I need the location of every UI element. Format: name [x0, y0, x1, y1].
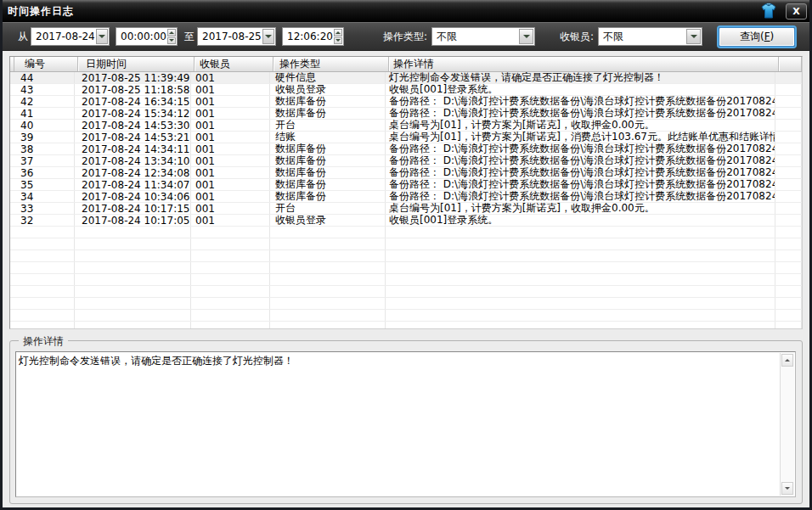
- cell-empty: [775, 250, 802, 261]
- cell-type: 结账: [270, 132, 386, 143]
- table-row[interactable]: 392017-08-24 14:53:21001结账桌台编号为[01]，计费方案…: [10, 132, 802, 143]
- spin-down-icon[interactable]: [334, 37, 342, 45]
- cell-detail: 灯光控制命令发送错误，请确定是否正确连接了灯光控制器！: [386, 72, 775, 83]
- column-header[interactable]: 收银员: [195, 57, 273, 71]
- column-header[interactable]: 操作类型: [273, 57, 389, 71]
- cashier-value: 不限: [599, 28, 685, 45]
- table-row[interactable]: 382017-08-24 14:34:11001数据库备份备份路径： D:\海浪…: [10, 143, 802, 155]
- close-icon: X: [792, 6, 799, 17]
- op-type-select[interactable]: 不限: [431, 27, 535, 46]
- cell-filler: [775, 215, 802, 226]
- cell-empty: [270, 310, 386, 321]
- cell-type: 收银员登录: [270, 84, 386, 95]
- column-header[interactable]: 日期时间: [78, 57, 195, 71]
- to-time-spinner[interactable]: 12:06:20: [282, 27, 344, 46]
- vertical-scrollbar[interactable]: [780, 353, 794, 496]
- table-row[interactable]: 372017-08-24 13:34:10001数据库备份备份路径： D:\海浪…: [10, 155, 802, 167]
- skin-button[interactable]: [758, 3, 779, 20]
- cell-empty: [386, 262, 775, 273]
- empty-row: [10, 250, 802, 262]
- cashier-select[interactable]: 不限: [598, 27, 702, 46]
- details-text: 灯光控制命令发送错误，请确定是否正确连接了灯光控制器！: [19, 354, 776, 368]
- spin-up-icon[interactable]: [334, 29, 342, 36]
- spin-down-icon[interactable]: [167, 37, 176, 45]
- table-row[interactable]: 402017-08-24 14:53:30001开台桌台编号为[01]，计费方案…: [10, 120, 802, 132]
- cell-empty: [270, 298, 386, 309]
- table-row[interactable]: 412017-08-24 15:34:12001数据库备份备份路径： D:\海浪…: [10, 108, 802, 120]
- empty-row: [10, 310, 802, 322]
- cell-type: 硬件信息: [270, 72, 386, 83]
- cell-datetime: 2017-08-24 12:34:08: [75, 167, 191, 178]
- cell-empty: [775, 286, 802, 297]
- scroll-up-button[interactable]: [781, 354, 793, 367]
- details-textarea[interactable]: 灯光控制命令发送错误，请确定是否正确连接了灯光控制器！: [15, 351, 796, 497]
- column-header-filler: [779, 57, 802, 71]
- table-header-row: 编号日期时间收银员操作类型操作详情: [10, 57, 802, 72]
- cell-cashier: 001: [191, 203, 270, 214]
- column-header[interactable]: 编号: [14, 57, 78, 71]
- cell-type: 开台: [270, 203, 386, 214]
- empty-row: [10, 322, 802, 328]
- dropdown-arrow-icon[interactable]: [262, 29, 274, 44]
- dropdown-arrow-icon[interactable]: [686, 29, 701, 44]
- cell-datetime: 2017-08-25 11:18:58: [75, 84, 191, 95]
- from-time-spinner[interactable]: 00:00:00: [116, 27, 178, 46]
- column-header[interactable]: 操作详情: [389, 57, 779, 71]
- client-area: 编号日期时间收银员操作类型操作详情 442017-08-25 11:39:490…: [3, 51, 809, 507]
- table-row[interactable]: 352017-08-24 11:34:07001数据库备份备份路径： D:\海浪…: [10, 179, 802, 191]
- cell-empty: [10, 238, 75, 249]
- cell-empty: [775, 238, 802, 249]
- op-type-label: 操作类型:: [383, 30, 427, 44]
- cell-datetime: 2017-08-25 11:39:49: [75, 72, 191, 83]
- table-row[interactable]: 342017-08-24 10:34:06001数据库备份备份路径： D:\海浪…: [10, 191, 802, 203]
- table-row[interactable]: 322017-08-24 10:17:05001收银员登录收银员[001]登录系…: [10, 215, 802, 227]
- filter-toolbar: 从 2017-08-24 00:00:00 至 2017-08-25 12:06…: [0, 22, 812, 51]
- cell-cashier: 001: [191, 167, 270, 178]
- cell-empty: [270, 238, 386, 249]
- dropdown-arrow-icon[interactable]: [96, 29, 108, 44]
- empty-row: [10, 286, 802, 298]
- cell-datetime: 2017-08-24 10:34:06: [75, 191, 191, 202]
- dropdown-arrow-icon[interactable]: [519, 29, 533, 44]
- cell-datetime: 2017-08-24 14:53:30: [75, 120, 191, 131]
- cell-empty: [386, 250, 775, 261]
- cell-empty: [10, 322, 75, 328]
- cell-filler: [775, 72, 802, 83]
- cell-empty: [270, 262, 386, 273]
- cell-empty: [10, 262, 75, 273]
- empty-row: [10, 262, 802, 274]
- cell-empty: [775, 298, 802, 309]
- cell-id: 39: [10, 132, 75, 143]
- table-body: 442017-08-25 11:39:49001硬件信息灯光控制命令发送错误，请…: [10, 72, 802, 328]
- from-date-picker[interactable]: 2017-08-24: [31, 27, 110, 46]
- to-date-picker[interactable]: 2017-08-25: [197, 27, 276, 46]
- table-row[interactable]: 442017-08-25 11:39:49001硬件信息灯光控制命令发送错误，请…: [10, 72, 802, 84]
- close-button[interactable]: X: [786, 3, 807, 20]
- table-row[interactable]: 332017-08-24 10:17:15001开台桌台编号为[01]，计费方案…: [10, 203, 802, 215]
- cell-empty: [775, 227, 802, 238]
- from-time-value: 00:00:00: [116, 28, 166, 45]
- table-row[interactable]: 362017-08-24 12:34:08001数据库备份备份路径： D:\海浪…: [10, 167, 802, 179]
- scroll-down-button[interactable]: [781, 482, 793, 495]
- cell-cashier: 001: [191, 191, 270, 202]
- cell-datetime: 2017-08-24 15:34:12: [75, 108, 191, 119]
- cell-empty: [10, 227, 75, 238]
- query-button[interactable]: 查询(F): [719, 27, 795, 47]
- cell-type: 收银员登录: [270, 215, 386, 226]
- cell-filler: [775, 191, 802, 202]
- cell-id: 34: [10, 191, 75, 202]
- cell-cashier: 001: [191, 108, 270, 119]
- cell-type: 数据库备份: [270, 191, 386, 202]
- table-row[interactable]: 422017-08-24 16:34:15001数据库备份备份路径： D:\海浪…: [10, 96, 802, 108]
- scroll-down-icon: [785, 487, 790, 490]
- empty-row: [10, 227, 802, 238]
- table-row[interactable]: 432017-08-25 11:18:58001收银员登录收银员[001]登录系…: [10, 84, 802, 96]
- spin-up-icon[interactable]: [167, 29, 176, 36]
- details-groupbox-title: 操作详情: [19, 334, 68, 349]
- window-title: 时间操作日志: [0, 4, 758, 19]
- cell-empty: [75, 298, 191, 309]
- cell-empty: [270, 250, 386, 261]
- cell-id: 42: [10, 96, 75, 107]
- cell-empty: [75, 238, 191, 249]
- cell-type: 数据库备份: [270, 155, 386, 166]
